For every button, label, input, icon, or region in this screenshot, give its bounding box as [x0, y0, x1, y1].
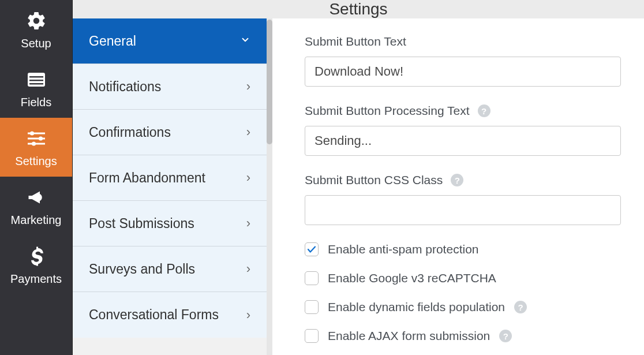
subnav-item-confirmations[interactable]: Confirmations ›: [73, 110, 267, 155]
checkbox-label: Enable anti-spam protection: [328, 242, 479, 256]
page-title: Settings: [73, 0, 644, 18]
sliders-icon: [25, 127, 48, 150]
subnav-item-general[interactable]: General: [73, 18, 267, 64]
nav-label: Marketing: [11, 214, 62, 227]
help-icon[interactable]: ?: [478, 104, 491, 117]
subnav-label: Confirmations: [89, 125, 171, 140]
svg-point-7: [29, 131, 33, 135]
field-processing-text: Submit Button Processing Text ?: [305, 104, 621, 156]
checkbox[interactable]: [305, 271, 319, 285]
field-label: Submit Button Processing Text ?: [305, 104, 621, 118]
field-css-class: Submit Button CSS Class ?: [305, 173, 621, 225]
main-panel: Submit Button Text Submit Button Process…: [272, 18, 644, 355]
subnav-label: Form Abandonment: [89, 170, 205, 186]
app-root: Setup Fields Settings Marketing Payments: [0, 0, 644, 355]
nav-item-marketing[interactable]: Marketing: [0, 177, 72, 236]
nav-item-fields[interactable]: Fields: [0, 59, 72, 118]
help-icon[interactable]: ?: [499, 330, 512, 342]
settings-subnav-list: General Notifications › Confirmations ›: [73, 18, 267, 338]
chevron-right-icon: ›: [246, 308, 250, 323]
list-icon: [25, 68, 48, 91]
gear-icon: [25, 9, 48, 32]
nav-item-setup[interactable]: Setup: [0, 0, 72, 59]
nav-label: Fields: [21, 96, 51, 109]
field-label: Submit Button Text: [305, 35, 621, 48]
help-icon[interactable]: ?: [514, 301, 527, 313]
content-wrap: Settings General Notifications ›: [73, 0, 644, 355]
field-submit-button-text: Submit Button Text: [305, 35, 621, 87]
help-icon[interactable]: ?: [451, 174, 463, 186]
field-label: Submit Button CSS Class ?: [305, 173, 621, 187]
nav-label: Payments: [10, 272, 62, 286]
svg-rect-1: [29, 76, 43, 77]
checkbox-label: Enable dynamic fields population: [328, 300, 505, 314]
processing-text-input[interactable]: [305, 126, 621, 156]
svg-point-9: [31, 141, 35, 145]
content-below: General Notifications › Confirmations ›: [73, 18, 644, 355]
checkbox[interactable]: [305, 242, 319, 256]
chevron-down-icon: [240, 33, 250, 48]
scrollbar-thumb[interactable]: [267, 20, 272, 144]
nav-label: Settings: [15, 155, 57, 168]
chevron-right-icon: ›: [246, 79, 250, 94]
css-class-input[interactable]: [305, 195, 621, 225]
checkbox[interactable]: [305, 300, 319, 314]
subnav-item-form-abandonment[interactable]: Form Abandonment ›: [73, 155, 267, 201]
subnav-label: General: [89, 33, 136, 49]
chevron-right-icon: ›: [246, 261, 250, 276]
svg-point-8: [38, 136, 42, 140]
svg-rect-3: [29, 83, 43, 84]
chevron-right-icon: ›: [246, 216, 250, 231]
checkbox-row-antispam[interactable]: Enable anti-spam protection: [305, 242, 621, 256]
nav-label: Setup: [21, 37, 51, 50]
checkbox[interactable]: [305, 329, 319, 343]
settings-subnav: General Notifications › Confirmations ›: [73, 18, 272, 355]
subnav-label: Notifications: [89, 79, 161, 95]
chevron-right-icon: ›: [246, 125, 250, 140]
subnav-scrollbar[interactable]: [267, 18, 272, 355]
subnav-item-surveys-polls[interactable]: Surveys and Polls ›: [73, 246, 267, 292]
checkbox-label: Enable Google v3 reCAPTCHA: [328, 271, 496, 285]
subnav-item-post-submissions[interactable]: Post Submissions ›: [73, 201, 267, 246]
subnav-label: Conversational Forms: [89, 307, 219, 323]
nav-item-payments[interactable]: Payments: [0, 236, 72, 294]
subnav-label: Post Submissions: [89, 216, 194, 231]
svg-rect-6: [28, 143, 45, 144]
checkbox-group: Enable anti-spam protection Enable Googl…: [305, 242, 621, 343]
subnav-item-conversational-forms[interactable]: Conversational Forms ›: [73, 292, 267, 338]
primary-nav: Setup Fields Settings Marketing Payments: [0, 0, 73, 355]
bullhorn-icon: [25, 186, 48, 209]
annotation-arrow: [630, 85, 644, 218]
dollar-icon: [25, 245, 48, 268]
nav-item-settings[interactable]: Settings: [0, 118, 72, 177]
submit-button-text-input[interactable]: [305, 57, 621, 87]
chevron-right-icon: ›: [246, 170, 250, 185]
checkbox-row-dynamic-fields[interactable]: Enable dynamic fields population ?: [305, 300, 621, 314]
checkbox-row-ajax[interactable]: Enable AJAX form submission ?: [305, 329, 621, 343]
checkbox-label: Enable AJAX form submission: [328, 329, 490, 343]
subnav-label: Surveys and Polls: [89, 261, 195, 277]
subnav-item-notifications[interactable]: Notifications ›: [73, 64, 267, 110]
svg-rect-2: [29, 80, 43, 81]
checkbox-row-recaptcha[interactable]: Enable Google v3 reCAPTCHA: [305, 271, 621, 285]
